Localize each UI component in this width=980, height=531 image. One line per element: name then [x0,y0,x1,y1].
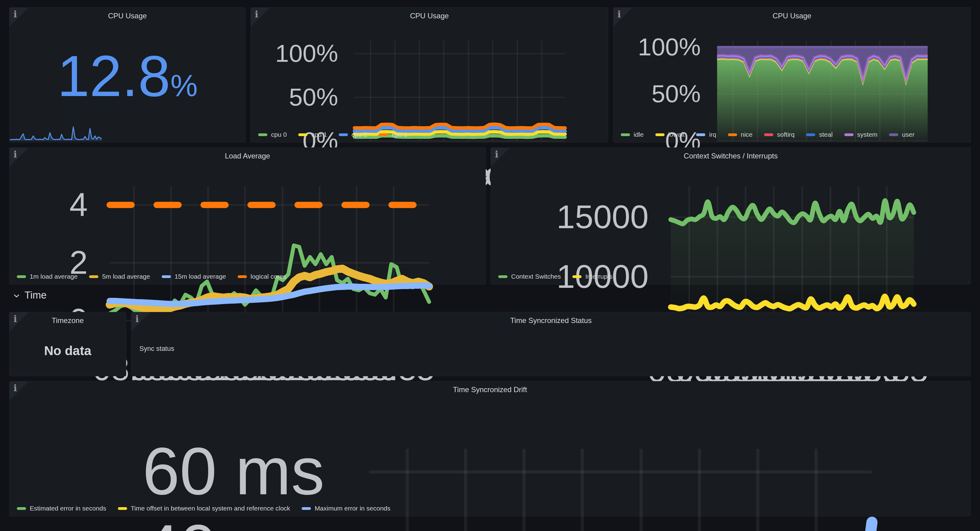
legend-color-chip [118,507,127,510]
info-icon: i [13,9,17,20]
legend-item[interactable]: cpu 1 [298,131,327,138]
panel-title[interactable]: Time Syncronized Drift [28,385,952,394]
legend-label: Time offset in between local system and … [131,505,290,512]
legend-item[interactable]: 15m load average [162,273,226,280]
info-icon: i [255,9,258,20]
info-icon: i [495,149,498,160]
legend-item[interactable]: nice [728,131,753,138]
legend-label: nice [741,131,753,138]
legend-label: Maximum error in seconds [315,505,390,512]
legend-item[interactable]: Maximum error in seconds [302,505,390,512]
legend-color-chip [17,275,26,278]
legend-label: logical cores [250,273,286,280]
legend-color-chip [238,275,247,278]
chart-legend: 1m load average5m load average15m load a… [17,273,286,280]
legend-label: Interrupts [585,273,612,280]
info-icon: i [617,9,621,20]
panel-timezone: i Timezone No data [9,312,126,376]
legend-label: 15m load average [175,273,226,280]
panel-title[interactable]: Time Syncronized Status [150,316,952,325]
panel-title[interactable]: CPU Usage [632,12,952,20]
legend-item[interactable]: system [844,131,878,138]
legend-label: cpu 2 [352,131,367,138]
legend-label: softirq [777,131,794,138]
panel-time-sync-drift: i Time Syncronized Drift 0 s20 ms40 ms60… [9,381,971,516]
panel-cpu-usage-per-core: i CPU Usage 0%50%100%08:0008:0508:1008:1… [250,7,608,143]
stat-value: 12.8% [10,47,245,105]
legend-label: 1m load average [30,273,78,280]
stat-unit: % [170,68,197,103]
legend-color-chip [258,133,267,136]
legend-color-chip [379,133,388,136]
legend-item[interactable]: Time offset in between local system and … [118,505,290,512]
legend-color-chip [889,133,898,136]
legend-item[interactable]: idle [621,131,644,138]
grafana-dashboard: { "icons": { "info": "i" }, "section": {… [0,0,980,531]
legend-item[interactable]: 1m load average [17,273,78,280]
legend-item[interactable]: user [889,131,915,138]
legend-color-chip [764,133,773,136]
legend-color-chip [728,133,737,136]
section-title: Time [24,289,46,301]
svg-text:15000: 15000 [557,198,649,235]
legend-item[interactable]: softirq [764,131,794,138]
section-row-time[interactable]: Time [13,289,46,301]
legend-color-chip [655,133,665,136]
legend-item[interactable]: Estimated error in seconds [17,505,106,512]
panel-title[interactable]: CPU Usage [269,12,590,20]
info-icon: i [135,314,139,324]
info-icon: i [13,383,17,393]
panel-time-sync-status: i Time Syncronized Status Sync status 08… [131,312,971,376]
legend-label: steal [819,131,832,138]
legend-item[interactable]: cpu 3 [379,131,407,138]
panel-info-corner[interactable]: i [613,8,632,27]
panel-title[interactable]: Load Average [28,152,467,160]
no-data-message: No data [10,326,126,376]
panel-info-corner[interactable]: i [251,8,270,27]
panel-info-corner[interactable]: i [10,381,29,400]
panel-info-corner[interactable]: i [491,148,510,167]
legend-color-chip [844,133,854,136]
svg-text:40 ms: 40 ms [142,511,324,531]
legend-color-chip [806,133,815,136]
legend-label: iowait [668,131,685,138]
legend-item[interactable]: steal [806,131,832,138]
panel-title[interactable]: Timezone [28,316,108,325]
chart-legend: idleiowaitirqnicesoftirqstealsystemuser [621,131,915,138]
legend-label: Estimated error in seconds [30,505,106,512]
legend-label: cpu 1 [311,131,327,138]
chart-legend: cpu 0cpu 1cpu 2cpu 3 [258,131,407,138]
cpu-usage-sparkline-chart[interactable] [10,114,102,142]
legend-color-chip [498,275,508,278]
legend-label: cpu 3 [392,131,407,138]
legend-item[interactable]: iowait [655,131,685,138]
legend-label: 5m load average [102,273,150,280]
legend-item[interactable]: Interrupts [573,273,612,280]
legend-color-chip [339,133,348,136]
stat-number: 12.8 [57,43,170,108]
info-icon: i [13,314,17,324]
svg-text:4: 4 [70,186,88,223]
panel-title[interactable]: CPU Usage [28,12,227,20]
legend-item[interactable]: 5m load average [89,273,150,280]
legend-item[interactable]: cpu 0 [258,131,286,138]
panel-info-corner[interactable]: i [10,148,29,167]
panel-info-corner[interactable]: i [10,8,29,27]
chart-legend: Context SwitchesInterrupts [498,273,612,280]
panel-title[interactable]: Context Switches / Interrupts [509,152,952,160]
chart-legend: Estimated error in secondsTime offset in… [17,505,390,512]
legend-item[interactable]: logical cores [238,273,286,280]
legend-color-chip [162,275,171,278]
panel-cpu-usage-stat: i CPU Usage 12.8% [9,7,246,143]
legend-color-chip [298,133,307,136]
legend-label: user [902,131,915,138]
svg-text:100%: 100% [638,33,701,60]
legend-item[interactable]: cpu 2 [339,131,367,138]
panel-context-switches-interrupts: i Context Switches / Interrupts 10000150… [491,147,971,284]
legend-item[interactable]: Context Switches [498,273,561,280]
panel-load-average: i Load Average 02408:0008:0508:1008:1508… [9,147,486,284]
svg-text:50%: 50% [289,83,338,111]
legend-item[interactable]: irq [696,131,716,138]
legend-color-chip [17,507,26,510]
legend-label: system [857,131,878,138]
